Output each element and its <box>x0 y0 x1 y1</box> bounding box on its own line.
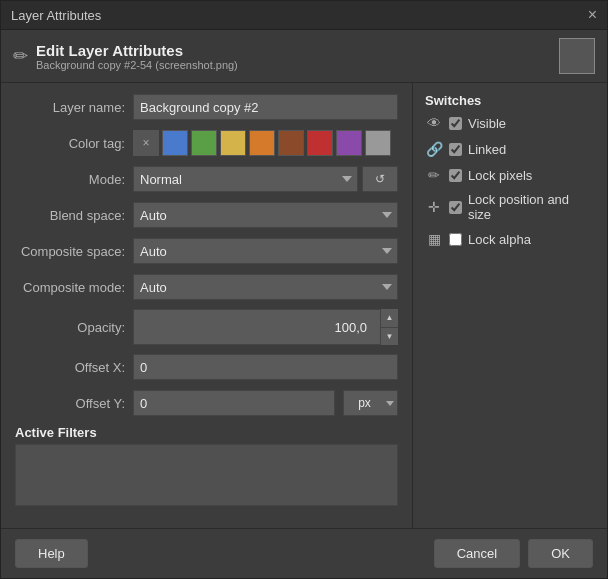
active-filters-section: Active Filters <box>15 425 398 506</box>
blend-space-row: Blend space: Auto <box>15 201 398 229</box>
opacity-input[interactable] <box>133 309 398 345</box>
opacity-row: Opacity: ▲ ▼ <box>15 309 398 345</box>
blend-space-label: Blend space: <box>15 208 125 223</box>
switch-lock-pixels: ✏ Lock pixels <box>425 166 595 184</box>
offset-x-label: Offset X: <box>15 360 125 375</box>
switches-list: 👁 Visible 🔗 Linked ✏ Lock pixels ✛ <box>425 114 595 248</box>
visible-label: Visible <box>468 116 506 131</box>
layer-name-input[interactable] <box>133 94 398 120</box>
help-button[interactable]: Help <box>15 539 88 568</box>
left-panel: Layer name: Color tag: × <box>1 83 412 528</box>
color-tag-green[interactable] <box>191 130 217 156</box>
opacity-decrement[interactable]: ▼ <box>381 328 398 346</box>
color-tag-gray[interactable] <box>365 130 391 156</box>
color-tag-row: Color tag: × <box>15 129 398 157</box>
color-tag-none[interactable]: × <box>133 130 159 156</box>
layer-thumbnail <box>559 38 595 74</box>
lock-alpha-checkbox[interactable] <box>449 233 462 246</box>
layer-name-label: Layer name: <box>15 100 125 115</box>
color-tag-purple[interactable] <box>336 130 362 156</box>
offset-y-row: Offset Y: px % pt <box>15 389 398 417</box>
linked-icon: 🔗 <box>425 140 443 158</box>
opacity-input-wrap: ▲ ▼ <box>133 309 398 345</box>
active-filters-label: Active Filters <box>15 425 398 440</box>
composite-space-label: Composite space: <box>15 244 125 259</box>
linked-label: Linked <box>468 142 506 157</box>
mode-select[interactable]: Normal <box>133 166 358 192</box>
edit-icon: ✏ <box>13 45 28 67</box>
footer: Help Cancel OK <box>1 528 607 578</box>
offset-x-input[interactable] <box>133 354 398 380</box>
layer-attributes-dialog: Layer Attributes × ✏ Edit Layer Attribut… <box>0 0 608 579</box>
filters-box <box>15 444 398 506</box>
opacity-increment[interactable]: ▲ <box>381 309 398 328</box>
lock-pixels-label: Lock pixels <box>468 168 532 183</box>
lock-alpha-icon: ▦ <box>425 230 443 248</box>
lock-alpha-label: Lock alpha <box>468 232 531 247</box>
lock-position-label: Lock position and size <box>468 192 595 222</box>
switch-linked: 🔗 Linked <box>425 140 595 158</box>
opacity-spinners: ▲ ▼ <box>380 309 398 345</box>
mode-select-wrap: Normal <box>133 166 358 192</box>
composite-mode-label: Composite mode: <box>15 280 125 295</box>
header-title: Edit Layer Attributes <box>36 42 238 59</box>
opacity-label: Opacity: <box>15 320 125 335</box>
lock-position-checkbox[interactable] <box>449 201 462 214</box>
visible-checkbox[interactable] <box>449 117 462 130</box>
visible-icon: 👁 <box>425 114 443 132</box>
footer-right-buttons: Cancel OK <box>434 539 593 568</box>
color-tag-orange[interactable] <box>249 130 275 156</box>
composite-space-row: Composite space: Auto <box>15 237 398 265</box>
lock-pixels-icon: ✏ <box>425 166 443 184</box>
offset-x-row: Offset X: <box>15 353 398 381</box>
switches-title: Switches <box>425 93 595 108</box>
composite-space-select[interactable]: Auto <box>133 238 398 264</box>
cancel-button[interactable]: Cancel <box>434 539 520 568</box>
switch-visible: 👁 Visible <box>425 114 595 132</box>
dialog-header: ✏ Edit Layer Attributes Background copy … <box>1 30 607 83</box>
mode-cycle-button[interactable]: ↺ <box>362 166 398 192</box>
header-subtitle: Background copy #2-54 (screenshot.png) <box>36 59 238 71</box>
header-texts: Edit Layer Attributes Background copy #2… <box>36 42 238 71</box>
color-tag-yellow[interactable] <box>220 130 246 156</box>
composite-mode-select[interactable]: Auto <box>133 274 398 300</box>
lock-position-icon: ✛ <box>425 198 443 216</box>
mode-label: Mode: <box>15 172 125 187</box>
color-tag-swatches: × <box>133 130 391 156</box>
color-tag-label: Color tag: <box>15 136 125 151</box>
close-button[interactable]: × <box>588 7 597 23</box>
color-tag-brown[interactable] <box>278 130 304 156</box>
unit-select[interactable]: px % pt <box>343 390 398 416</box>
switch-lock-position: ✛ Lock position and size <box>425 192 595 222</box>
switch-lock-alpha: ▦ Lock alpha <box>425 230 595 248</box>
dialog-title: Layer Attributes <box>11 8 101 23</box>
main-content: Layer name: Color tag: × <box>1 83 607 528</box>
blend-space-select[interactable]: Auto <box>133 202 398 228</box>
lock-pixels-checkbox[interactable] <box>449 169 462 182</box>
offset-y-input[interactable] <box>133 390 335 416</box>
mode-controls: Normal ↺ <box>133 166 398 192</box>
mode-row: Mode: Normal ↺ <box>15 165 398 193</box>
composite-mode-row: Composite mode: Auto <box>15 273 398 301</box>
header-left: ✏ Edit Layer Attributes Background copy … <box>13 42 238 71</box>
color-tag-red[interactable] <box>307 130 333 156</box>
title-bar: Layer Attributes × <box>1 1 607 30</box>
ok-button[interactable]: OK <box>528 539 593 568</box>
color-tag-blue[interactable] <box>162 130 188 156</box>
offset-y-label: Offset Y: <box>15 396 125 411</box>
layer-name-row: Layer name: <box>15 93 398 121</box>
right-panel: Switches 👁 Visible 🔗 Linked ✏ Lock pixel… <box>412 83 607 528</box>
linked-checkbox[interactable] <box>449 143 462 156</box>
